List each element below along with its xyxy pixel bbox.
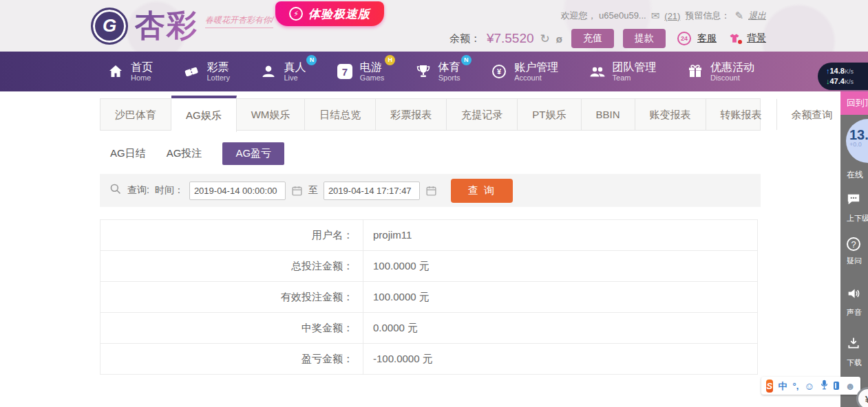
page: G 杏彩 春暖花开杏彩有你/ ⚡ 体验极速版 欢迎您， u65e0u59... … (0, 0, 868, 407)
tab-pt-entertainment[interactable]: PT娱乐 (518, 99, 581, 130)
subtab-ag-daily[interactable]: AG日结 (110, 142, 146, 165)
rail-item-subordinates[interactable]: 上下级 (840, 193, 868, 223)
eye-hidden-icon[interactable]: ø (556, 33, 562, 45)
date-to-input[interactable] (324, 182, 420, 200)
recharge-button[interactable]: 充值 (571, 29, 614, 48)
nav-item-home[interactable]: 首页 Home (107, 61, 153, 82)
mail-count[interactable]: (21) (664, 11, 680, 21)
report-tabs: 沙巴体育 AG娱乐 WM娱乐 日结总览 彩票报表 充提记录 PT娱乐 BBIN … (100, 98, 761, 131)
tab-balance-query[interactable]: 余额查询 (777, 99, 848, 130)
service-24h-icon[interactable]: 24 (677, 32, 691, 45)
notification-dot (738, 40, 742, 44)
tab-wm-entertainment[interactable]: WM娱乐 (237, 99, 306, 130)
back-to-top-button[interactable]: 回到顶部 (840, 91, 868, 115)
side-rail: 回到顶部 13. +0.0 在线 上下级 ? 疑问 声音 下载 (840, 91, 868, 407)
nav-label-cn: 电游 (360, 61, 384, 74)
person-icon[interactable]: ☻ (845, 380, 856, 392)
rail-item-sound[interactable]: 声音 (840, 287, 868, 318)
query-bar: 查询: 时间： 至 查 询 (100, 174, 761, 207)
gauge-value: 13. (849, 129, 868, 141)
tab-bbin[interactable]: BBIN (582, 99, 635, 130)
row-label: 中奖金额： (100, 313, 363, 343)
row-label: 用户名： (100, 220, 363, 250)
date-from-input[interactable] (189, 182, 286, 200)
search-icon (109, 183, 122, 198)
rail-item-questions[interactable]: ? 疑问 (840, 237, 868, 266)
tab-lottery-report[interactable]: 彩票报表 (376, 99, 447, 130)
rail-item-download[interactable]: 下载 (840, 336, 868, 368)
row-label: 总投注金额： (100, 251, 363, 281)
network-speed-monitor[interactable]: ↑14.8K/s ↓47.4K/s (818, 63, 868, 90)
nav-label-cn: 账户管理 (514, 61, 558, 74)
nav-label-en: Games (360, 74, 384, 82)
header: G 杏彩 春暖花开杏彩有你/ ⚡ 体验极速版 欢迎您， u65e0u59... … (0, 0, 868, 52)
new-badge: N (306, 55, 317, 65)
row-value: 0.0000 元 (363, 313, 418, 343)
time-label: 时间： (155, 184, 184, 197)
tab-ag-entertainment[interactable]: AG娱乐 (171, 96, 237, 132)
calendar-icon[interactable] (291, 185, 303, 197)
tab-transfer-report[interactable]: 转账报表 (706, 99, 777, 130)
rail-item-label: 上下级 (847, 213, 868, 223)
chinese-mode-icon[interactable]: 中 (779, 382, 787, 390)
result-table: 用户名： projim11 总投注金额： 100.0000 元 有效投注金额： … (100, 219, 758, 375)
express-version-button[interactable]: ⚡ 体验极速版 (275, 1, 384, 26)
tab-deposit-withdraw-records[interactable]: 充提记录 (447, 99, 518, 130)
nav-label-en: Lottery (207, 74, 230, 82)
nav-item-sports[interactable]: 体育 Sports N (414, 61, 461, 82)
nav-label-cn: 优惠活动 (710, 61, 754, 74)
reserved-info-label: 预留信息： (685, 10, 730, 22)
nav-item-live[interactable]: 真人 Live N (260, 61, 306, 82)
nav-item-lottery[interactable]: 彩票 Lottery (182, 61, 230, 82)
logo[interactable]: G 杏彩 春暖花开杏彩有你/ (91, 6, 273, 46)
table-row: 用户名： projim11 (100, 220, 757, 251)
row-value: 100.0000 元 (363, 282, 430, 312)
emoji-icon[interactable]: ☺ (804, 381, 814, 391)
nav-item-discount[interactable]: 优惠活动 Discount (686, 61, 754, 82)
nav-label-en: Account (514, 74, 558, 82)
customer-service-link[interactable]: 客服 (697, 32, 717, 45)
nav-item-account[interactable]: ¥ 账户管理 Account (490, 61, 558, 82)
nav-item-team[interactable]: 团队管理 Team (589, 61, 657, 82)
to-label: 至 (308, 184, 318, 197)
edit-icon[interactable]: ✎ (734, 10, 743, 22)
mail-icon[interactable]: ✉ (651, 10, 660, 22)
refresh-icon[interactable]: ↻ (540, 32, 550, 46)
keyboard-icon[interactable] (834, 382, 840, 390)
tab-shaba-sports[interactable]: 沙巴体育 (100, 99, 171, 130)
balance-gauge[interactable]: 13. +0.0 (846, 119, 868, 163)
speaker-icon (847, 287, 860, 302)
background-link[interactable]: 背景 (747, 32, 766, 45)
download-icon (847, 336, 860, 353)
content-card: 沙巴体育 AG娱乐 WM娱乐 日结总览 彩票报表 充提记录 PT娱乐 BBIN … (100, 98, 761, 375)
rail-item-label: 疑问 (847, 256, 862, 266)
nav-label-cn: 首页 (131, 61, 153, 74)
logout-link[interactable]: 退出 (748, 10, 766, 22)
tab-account-change-report[interactable]: 账变报表 (635, 99, 706, 130)
input-method-toolbar[interactable]: S 中 °, ☺ ☻ (761, 377, 860, 395)
punctuation-icon[interactable]: °, (793, 382, 799, 390)
logo-emblem-icon: G (91, 8, 128, 45)
query-label: 查询: (127, 184, 149, 197)
hot-badge: H (385, 55, 395, 65)
rail-item-label: 下载 (847, 358, 862, 368)
nav-item-games[interactable]: 7 电游 Games H (336, 61, 384, 82)
withdraw-button[interactable]: 提款 (623, 29, 666, 48)
sogou-logo-icon[interactable]: S (766, 380, 773, 393)
row-label: 盈亏金额： (100, 344, 363, 374)
microphone-icon[interactable] (821, 380, 828, 393)
row-value: -100.0000 元 (363, 344, 433, 374)
tab-daily-overview[interactable]: 日结总览 (305, 99, 376, 130)
welcome-text: 欢迎您， u65e0u59... (560, 10, 646, 22)
query-button[interactable]: 查 询 (451, 179, 513, 203)
balance-label: 余额： (449, 32, 480, 45)
nav-label-cn: 团队管理 (613, 61, 657, 74)
subtab-ag-profit-loss[interactable]: AG盈亏 (222, 142, 284, 165)
coin-yuan-icon: ¥ (490, 63, 508, 80)
subtab-ag-bets[interactable]: AG投注 (167, 142, 202, 165)
nav-label-cn: 真人 (284, 61, 306, 74)
svg-text:¥: ¥ (497, 67, 502, 76)
main-nav: 首页 Home 彩票 Lottery 真人 Live N 7 电游 Games … (0, 52, 868, 91)
shirt-icon[interactable] (728, 33, 741, 44)
calendar-icon[interactable] (425, 185, 437, 197)
